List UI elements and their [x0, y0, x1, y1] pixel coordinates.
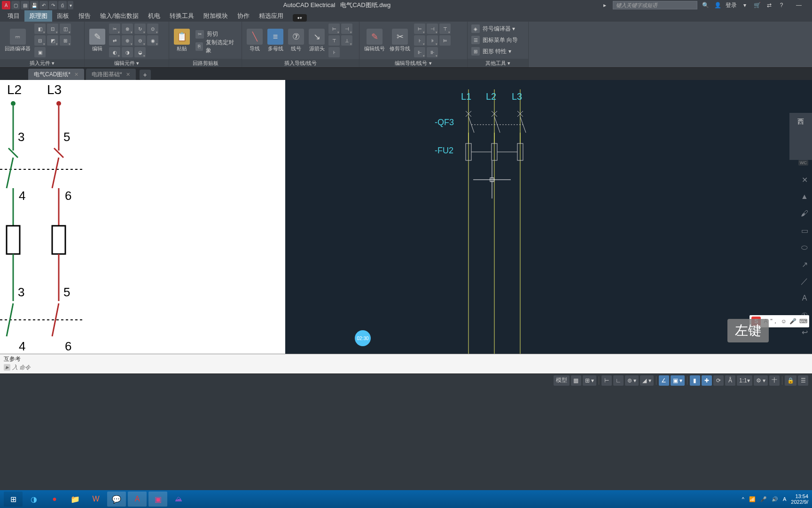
- edit-s-8[interactable]: ◉▾: [147, 35, 158, 46]
- rect-icon[interactable]: ▭: [799, 225, 810, 236]
- cut-button[interactable]: ✂剪切: [194, 29, 238, 40]
- edit-s-5[interactable]: ⇄: [109, 35, 120, 46]
- qat-plot-icon[interactable]: ⎙: [58, 1, 67, 9]
- edit-button[interactable]: ✎ 编辑: [88, 28, 106, 53]
- comp-btn-5[interactable]: ◩▾: [47, 35, 58, 46]
- tab-conversion[interactable]: 转换工具: [165, 10, 199, 22]
- ew-1[interactable]: ⊢▾: [414, 24, 425, 34]
- tray-ime-icon[interactable]: A: [783, 496, 786, 502]
- keyword-search-input[interactable]: 键入关键字或短语: [613, 1, 697, 9]
- sb-custom-icon[interactable]: ☰: [798, 375, 808, 386]
- trim-wire-button[interactable]: ✂修剪导线: [389, 28, 411, 53]
- qat-open-icon[interactable]: ▤: [21, 1, 29, 9]
- tb-app-3[interactable]: ▣: [148, 492, 167, 507]
- sb-plus-button[interactable]: 十: [769, 375, 780, 386]
- copy-selection-button[interactable]: ⎘复制选定对象: [194, 41, 238, 52]
- source-arrow-button[interactable]: ↘源箭头: [308, 28, 326, 53]
- help-icon[interactable]: ?: [777, 1, 786, 9]
- tb-app-2[interactable]: ●: [45, 492, 64, 507]
- panel-title-insert[interactable]: 插入元件 ▾: [0, 59, 84, 67]
- circuit-builder-button[interactable]: ⎓ 回路编译器: [4, 28, 31, 53]
- edit-wirenum-button[interactable]: ✎编辑线号: [363, 28, 386, 53]
- sb-polar-icon[interactable]: ⊚ ▾: [625, 375, 639, 386]
- comp-btn-7[interactable]: ▣: [34, 47, 46, 57]
- sb-gear-icon[interactable]: ⚙ ▾: [754, 375, 768, 386]
- view-cube[interactable]: 西: [789, 113, 812, 160]
- sb-scale-button[interactable]: 1:1 ▾: [737, 375, 752, 386]
- undo-nav-icon[interactable]: ↩: [799, 326, 810, 338]
- tray-wifi-icon[interactable]: 📶: [749, 496, 756, 502]
- tb-wechat-icon[interactable]: 💬: [107, 492, 126, 507]
- binoculars-icon[interactable]: 🔍: [701, 1, 710, 9]
- tb-app-1[interactable]: ◑: [24, 492, 43, 507]
- icon-menu-wizard-button[interactable]: ☰图标菜单 向导: [469, 35, 520, 45]
- video-time-bubble[interactable]: 02:30: [355, 330, 371, 346]
- qat-undo-icon[interactable]: ↶: [39, 1, 48, 9]
- line-icon[interactable]: ／: [799, 276, 810, 287]
- drawing-props-button[interactable]: ⊞图形 特性 ▾: [469, 46, 513, 56]
- sb-model-button[interactable]: 模型: [554, 375, 570, 386]
- sb-ortho-icon[interactable]: ∟: [613, 375, 624, 386]
- wirenum-button[interactable]: ⑦线号: [287, 28, 305, 53]
- exchange-icon[interactable]: ⇄: [765, 1, 773, 9]
- edit-s-3[interactable]: ↻▾: [134, 24, 146, 34]
- edit-s-11[interactable]: ◒▾: [134, 47, 146, 57]
- start-button[interactable]: ⊞: [4, 492, 23, 507]
- text-icon[interactable]: A: [799, 293, 810, 304]
- tray-clock[interactable]: 13:54 2022/9/: [791, 493, 808, 505]
- cart-icon[interactable]: 🛒: [753, 1, 761, 9]
- tray-vol-icon[interactable]: 🔊: [772, 496, 778, 502]
- comp-btn-2[interactable]: ⊡▾: [47, 24, 58, 34]
- tab-addins[interactable]: 附加模块: [199, 10, 233, 22]
- close-icon[interactable]: ✕: [74, 71, 78, 78]
- tray-up-icon[interactable]: ^: [742, 496, 744, 502]
- dropdown-icon[interactable]: ▾: [741, 1, 749, 9]
- tab-io-data[interactable]: 输入/输出数据: [95, 10, 143, 22]
- qat-redo-icon[interactable]: ↷: [49, 1, 57, 9]
- ime-mic-icon[interactable]: 🎤: [789, 318, 796, 325]
- edit-s-2[interactable]: ⊗▾: [122, 24, 133, 34]
- tb-explorer-icon[interactable]: 📁: [66, 492, 85, 507]
- sb-lock-icon[interactable]: 🔒: [785, 375, 796, 386]
- comp-btn-4[interactable]: ⊟▾: [34, 35, 46, 46]
- ew-6[interactable]: ⊨: [439, 35, 451, 46]
- multibus-button[interactable]: ≡多母线: [266, 28, 284, 53]
- tb-autocad-icon[interactable]: A: [128, 492, 147, 507]
- doc-tab-active[interactable]: 电气CAD图纸* ✕: [28, 69, 84, 80]
- wire-button[interactable]: ╲导线: [246, 28, 264, 53]
- comp-btn-3[interactable]: ◫▾: [60, 24, 71, 34]
- command-line-area[interactable]: 互参考 ▶ 入 命令: [0, 354, 812, 373]
- paste-button[interactable]: 📋 粘贴: [173, 28, 191, 53]
- qat-save-icon[interactable]: 💾: [30, 1, 39, 9]
- close-icon[interactable]: ✕: [126, 71, 130, 78]
- sb-cycle-icon[interactable]: ⟳: [713, 375, 724, 386]
- arrow-draw-icon[interactable]: ↗: [799, 259, 810, 270]
- ime-punct-icon[interactable]: "，: [770, 318, 778, 325]
- close-x-icon[interactable]: ✕: [799, 174, 810, 185]
- tab-collab[interactable]: 协作: [233, 10, 254, 22]
- ribbon-dark-toggle[interactable]: ●▾: [293, 14, 307, 22]
- edit-s-9[interactable]: ◐▾: [109, 47, 120, 57]
- sb-lwt-icon[interactable]: ▮: [690, 375, 700, 386]
- ime-keyboard-icon[interactable]: ⌨: [799, 318, 807, 325]
- ew-5[interactable]: ⊧▾: [427, 35, 438, 46]
- sb-osnap2-icon[interactable]: ▣ ▾: [671, 375, 685, 386]
- doc-tab-inactive[interactable]: 电路图基础* ✕: [86, 69, 136, 80]
- tb-app-4[interactable]: ⛰: [169, 492, 188, 507]
- tab-electromech[interactable]: 机电: [143, 10, 165, 22]
- edit-s-1[interactable]: ✂▾: [109, 24, 120, 34]
- search-arrow-icon[interactable]: ▸: [601, 1, 609, 9]
- app-menu-button[interactable]: A: [2, 1, 10, 9]
- tb-wps-icon[interactable]: W: [86, 492, 105, 507]
- ew-3[interactable]: ⊤▾: [439, 24, 451, 34]
- sb-iso-icon[interactable]: ◢ ▾: [640, 375, 653, 386]
- sb-snap-icon[interactable]: ⊞ ▾: [583, 375, 596, 386]
- tab-project[interactable]: 项目: [3, 10, 24, 22]
- command-input-line[interactable]: ▶ 入 命令: [0, 363, 812, 372]
- panel-title-other[interactable]: 其他工具 ▾: [468, 59, 528, 67]
- edit-s-7[interactable]: ⊖▾: [134, 35, 146, 46]
- comp-btn-1[interactable]: ◧▾: [34, 24, 46, 34]
- tab-featured[interactable]: 精选应用: [254, 10, 288, 22]
- sb-grid-icon[interactable]: ▦: [571, 375, 581, 386]
- comp-btn-6[interactable]: ⊞▾: [60, 35, 71, 46]
